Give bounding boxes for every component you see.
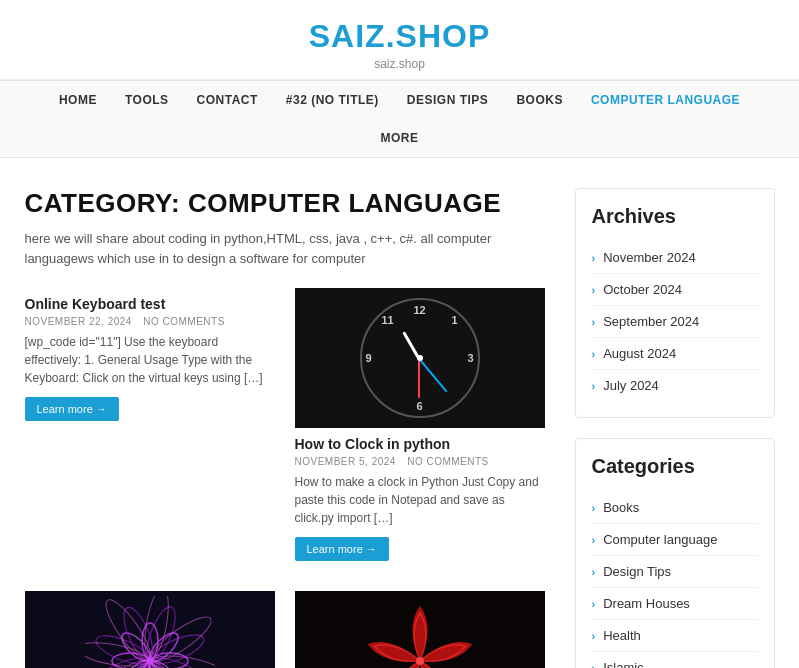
category-item[interactable]: ›Design Tips <box>592 556 758 588</box>
svg-point-25 <box>416 657 424 665</box>
learn-more-button-2[interactable]: Learn more → <box>295 537 389 561</box>
archive-label: November 2024 <box>603 250 696 265</box>
second-hand <box>418 358 447 393</box>
posts-row-2: How to make Flower of different color NO… <box>25 591 545 668</box>
archives-title: Archives <box>592 205 758 228</box>
clock-thumbnail: 12 3 6 9 1 11 <box>295 288 545 428</box>
nav-item: CONTACT <box>183 81 272 119</box>
site-title: SAIZ.SHOP <box>25 18 775 55</box>
nav-item: COMPUTER LANGUAGE <box>577 81 754 119</box>
archive-item[interactable]: ›July 2024 <box>592 370 758 401</box>
archive-label: July 2024 <box>603 378 659 393</box>
archive-label: August 2024 <box>603 346 676 361</box>
category-description: here we will share about coding in pytho… <box>25 229 545 268</box>
nav-item: HOME <box>45 81 111 119</box>
flower-purple-thumbnail <box>25 591 275 668</box>
category-item[interactable]: ›Health <box>592 620 758 652</box>
content-area: CATEGORY: COMPUTER LANGUAGE here we will… <box>25 188 545 668</box>
learn-more-button-1[interactable]: Learn more → <box>25 397 119 421</box>
archive-item[interactable]: ›September 2024 <box>592 306 758 338</box>
clock-num-11: 11 <box>382 314 394 326</box>
category-label: Computer language <box>603 532 717 547</box>
nav-link[interactable]: TOOLS <box>111 81 183 119</box>
nav-list: HOMETOOLSCONTACT#32 (NO TITLE)DESIGN TIP… <box>25 81 775 157</box>
clock-center-dot <box>417 355 423 361</box>
archives-list: ›November 2024›October 2024›September 20… <box>592 242 758 401</box>
flower-red-thumbnail <box>295 591 545 668</box>
chevron-icon: › <box>592 348 596 360</box>
post-card-3: How to make Flower of different color NO… <box>25 591 275 668</box>
post-card-4: How to Make Flower in Python NOVEMBER 5,… <box>295 591 545 668</box>
clock-num-12: 12 <box>413 304 425 316</box>
minute-hand <box>418 358 420 398</box>
clock-face: 12 3 6 9 1 11 <box>360 298 480 418</box>
flower-red-svg <box>355 596 485 668</box>
category-item[interactable]: ›Dream Houses <box>592 588 758 620</box>
nav-item: TOOLS <box>111 81 183 119</box>
nav-link[interactable]: DESIGN TIPS <box>393 81 503 119</box>
chevron-icon: › <box>592 284 596 296</box>
category-label: Islamic <box>603 660 643 668</box>
categories-title: Categories <box>592 455 758 478</box>
categories-list: ›Books›Computer language›Design Tips›Dre… <box>592 492 758 668</box>
nav-link[interactable]: #32 (NO TITLE) <box>272 81 393 119</box>
category-item[interactable]: ›Books <box>592 492 758 524</box>
site-tagline: saiz.shop <box>25 57 775 71</box>
nav-item: DESIGN TIPS <box>393 81 503 119</box>
post-meta-2: NOVEMBER 5, 2024 NO COMMENTS <box>295 456 545 467</box>
chevron-icon: › <box>592 566 596 578</box>
site-header: SAIZ.SHOP saiz.shop <box>0 0 799 80</box>
nav-link[interactable]: CONTACT <box>183 81 272 119</box>
category-title: CATEGORY: COMPUTER LANGUAGE <box>25 188 545 219</box>
archive-label: September 2024 <box>603 314 699 329</box>
category-label: Health <box>603 628 641 643</box>
chevron-icon: › <box>592 662 596 669</box>
chevron-icon: › <box>592 252 596 264</box>
nav-item: #32 (NO TITLE) <box>272 81 393 119</box>
nav-item: BOOKS <box>502 81 577 119</box>
archive-item[interactable]: ›October 2024 <box>592 274 758 306</box>
chevron-icon: › <box>592 534 596 546</box>
nav-link[interactable]: MORE <box>367 119 433 157</box>
chevron-icon: › <box>592 502 596 514</box>
post-card-1: Online Keyboard test NOVEMBER 22, 2024 N… <box>25 288 275 561</box>
sidebar: Archives ›November 2024›October 2024›Sep… <box>575 188 775 668</box>
nav-link[interactable]: BOOKS <box>502 81 577 119</box>
category-item[interactable]: ›Islamic <box>592 652 758 668</box>
chevron-icon: › <box>592 630 596 642</box>
category-label: Dream Houses <box>603 596 690 611</box>
clock-num-9: 9 <box>366 352 372 364</box>
post-excerpt-1: [wp_code id="11"] Use the keyboard effec… <box>25 333 275 387</box>
post-title-2[interactable]: How to Clock in python <box>295 436 545 452</box>
clock-num-1: 1 <box>451 314 457 326</box>
archive-item[interactable]: ›November 2024 <box>592 242 758 274</box>
category-label: Design Tips <box>603 564 671 579</box>
archives-widget: Archives ›November 2024›October 2024›Sep… <box>575 188 775 418</box>
categories-widget: Categories ›Books›Computer language›Desi… <box>575 438 775 668</box>
chevron-icon: › <box>592 380 596 392</box>
nav-link[interactable]: COMPUTER LANGUAGE <box>577 81 754 119</box>
clock-num-3: 3 <box>467 352 473 364</box>
flower-purple-svg <box>85 596 215 668</box>
nav-link[interactable]: HOME <box>45 81 111 119</box>
clock-num-6: 6 <box>416 400 422 412</box>
chevron-icon: › <box>592 316 596 328</box>
post-card-2: 12 3 6 9 1 11 How to <box>295 288 545 561</box>
main-nav: HOMETOOLSCONTACT#32 (NO TITLE)DESIGN TIP… <box>0 80 799 158</box>
svg-point-24 <box>147 658 153 664</box>
post-title-1[interactable]: Online Keyboard test <box>25 296 275 312</box>
archive-item[interactable]: ›August 2024 <box>592 338 758 370</box>
chevron-icon: › <box>592 598 596 610</box>
category-label: Books <box>603 500 639 515</box>
hour-hand <box>402 331 420 358</box>
posts-row-1: Online Keyboard test NOVEMBER 22, 2024 N… <box>25 288 545 571</box>
post-meta-1: NOVEMBER 22, 2024 NO COMMENTS <box>25 316 275 327</box>
category-item[interactable]: ›Computer language <box>592 524 758 556</box>
nav-item: MORE <box>367 119 433 157</box>
archive-label: October 2024 <box>603 282 682 297</box>
post-excerpt-2: How to make a clock in Python Just Copy … <box>295 473 545 527</box>
